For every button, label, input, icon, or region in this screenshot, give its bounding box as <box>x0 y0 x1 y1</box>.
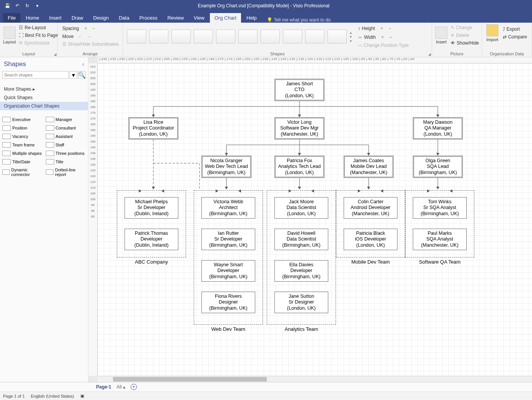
delete-picture-button[interactable]: ✕Delete <box>449 32 480 39</box>
relayout-button[interactable]: ☷Re-Layout <box>17 24 59 31</box>
change-position-type-button[interactable]: ▭Change Position Type <box>356 42 410 49</box>
plus-icon[interactable]: ＋ <box>379 25 384 32</box>
org-node[interactable]: James ShortCTO(London, UK) <box>274 79 324 101</box>
minus-icon[interactable]: − <box>388 26 391 31</box>
tell-me-search[interactable]: 💡 Tell me what you want to do <box>267 17 331 23</box>
gallery-up-icon[interactable]: ▴ <box>350 30 352 35</box>
tab-help[interactable]: Help <box>242 13 261 23</box>
orgchart-shapes-item[interactable]: Organization Chart Shapes <box>0 102 88 110</box>
shape-item-assistant[interactable]: Assistant <box>45 133 87 140</box>
shape-item-dynamic-connector[interactable]: Dynamic connector <box>2 166 43 178</box>
tab-design[interactable]: Design <box>89 13 113 23</box>
org-node[interactable]: Paul MarksSQA Analyst(Manchester, UK) <box>413 229 467 250</box>
tab-process[interactable]: Process <box>135 13 162 23</box>
org-node[interactable]: Mary DawsonQA Manager(London, UK) <box>413 117 463 139</box>
org-node[interactable]: David HowellData Scientist(Birmingham, U… <box>274 229 328 250</box>
shape-style-5[interactable] <box>216 30 235 43</box>
tab-file[interactable]: File <box>3 13 20 23</box>
org-node[interactable]: Victoria WebbArchitect(Birmingham, UK) <box>201 197 255 219</box>
shape-style-4[interactable] <box>194 30 213 43</box>
shape-style-10[interactable] <box>328 30 347 43</box>
minus-icon[interactable]: − <box>92 26 95 31</box>
page-tab-1[interactable]: Page-1 <box>96 384 111 390</box>
layout-dialog-launcher-icon[interactable]: ◢ <box>54 52 57 56</box>
tab-draw[interactable]: Draw <box>67 13 88 23</box>
shape-item-title[interactable]: Title <box>45 158 87 166</box>
width-button[interactable]: ↔Width ＋ − <box>356 33 410 41</box>
org-node[interactable]: Lisa RiceProject Coordinator(London, UK) <box>128 117 178 139</box>
synchronize-button[interactable]: ⟳Synchronize <box>17 40 59 46</box>
showhide-picture-button[interactable]: 👁Show/Hide <box>449 40 480 46</box>
quick-shapes-item[interactable]: Quick Shapes <box>0 93 88 102</box>
insert-picture-button[interactable]: Insert <box>435 27 447 44</box>
org-node[interactable]: Olga GreenSQA Lead(Birmingham, UK) <box>413 156 463 178</box>
layout-button[interactable]: Layout <box>3 27 16 44</box>
org-node[interactable]: Patrick ThomasDeveloper(Dublin, Ireland) <box>125 229 178 250</box>
minus-icon[interactable]: − <box>389 35 392 40</box>
shape-item-staff[interactable]: Staff <box>45 141 87 149</box>
org-node[interactable]: Colin CarterAndroid Developer(Manchester… <box>344 197 397 219</box>
org-node[interactable]: Jack MooreData Scientist(London, UK) <box>274 197 328 219</box>
tab-orgchart[interactable]: Org Chart <box>210 13 241 23</box>
shape-item-consultant[interactable]: Consultant <box>45 124 87 132</box>
tab-data[interactable]: Data <box>114 13 134 23</box>
org-node[interactable]: Wayne SmartDeveloper(Birmingham, UK) <box>201 260 255 282</box>
org-node[interactable]: Patricia FoxAnalytics Tech Lead(London, … <box>274 156 324 178</box>
shape-style-2[interactable] <box>149 30 168 43</box>
tab-view[interactable]: View <box>189 13 209 23</box>
shape-item-title-date[interactable]: Title/Date <box>2 158 43 166</box>
all-pages-button[interactable]: All ▴ <box>116 384 125 390</box>
collapse-panel-icon[interactable]: ‹ <box>82 61 84 68</box>
qat-dropdown-icon[interactable]: ▾ <box>33 2 42 10</box>
macro-record-icon[interactable]: ▣ <box>80 393 84 398</box>
height-button[interactable]: ↕Height ＋ − <box>356 24 410 32</box>
org-node[interactable]: Patricia BlackiOS Developer(London, UK) <box>344 229 397 250</box>
drawing-canvas[interactable]: James ShortCTO(London, UK)Lisa RiceProje… <box>98 63 532 376</box>
shape-style-9[interactable] <box>305 30 324 43</box>
more-shapes-item[interactable]: More Shapes ▸ <box>0 85 88 93</box>
change-picture-button[interactable]: ✎Change <box>449 24 480 31</box>
shape-item-multiple-shapes[interactable]: Multiple shapes <box>2 149 43 157</box>
org-node[interactable]: James CoatesMobile Dev Lead(Manchester, … <box>344 156 394 178</box>
shape-style-3[interactable] <box>171 30 191 43</box>
shape-item-executive[interactable]: Executive <box>2 116 43 123</box>
org-node[interactable]: Ian RutterSr Developer(Birmingham, UK) <box>201 229 255 250</box>
compare-button[interactable]: ⇄Compare <box>501 33 529 40</box>
plus-icon[interactable]: ＋ <box>83 25 88 32</box>
plus-icon[interactable]: ＋ <box>380 34 385 40</box>
org-node[interactable]: Victor LongSoftware Dev Mgr(Manchester, … <box>274 117 324 139</box>
org-node[interactable]: Ella DaviesDeveloper(Birmingham, UK) <box>274 260 328 282</box>
gallery-down-icon[interactable]: ▾ <box>350 35 352 39</box>
org-node[interactable]: Michael PhelpsSr Developer(Dublin, Irela… <box>125 197 178 219</box>
arrow-right-icon[interactable]: → <box>87 34 91 39</box>
gallery-more-icon[interactable]: ▾ <box>350 39 352 43</box>
shape-style-1[interactable] <box>127 30 146 43</box>
horizontal-scrollbar[interactable] <box>98 376 532 382</box>
shape-item-team-frame[interactable]: Team frame <box>2 141 43 149</box>
redo-icon[interactable]: ↻ <box>23 2 32 10</box>
export-button[interactable]: ⤴Export <box>501 26 529 33</box>
org-node[interactable]: Nicola GrangerWeb Dev Tech Lead(Birmingh… <box>201 156 251 178</box>
org-node[interactable]: Tom WinksSr SQA Analyst(Birmingham, UK) <box>413 197 467 219</box>
shape-style-6[interactable] <box>238 30 258 43</box>
scrollbar-thumb[interactable] <box>113 377 267 382</box>
shape-item-vacancy[interactable]: Vacancy <box>2 133 43 140</box>
tab-insert[interactable]: Insert <box>45 13 66 23</box>
showhide-subordinates-button[interactable]: ☰Show/Hide Subordinates <box>61 41 120 48</box>
tab-review[interactable]: Review <box>163 13 188 23</box>
org-node[interactable]: Jane SuttonSr Designer(London, UK) <box>274 292 328 313</box>
search-shapes-input[interactable] <box>2 71 69 79</box>
shape-style-8[interactable] <box>283 30 302 43</box>
shape-item-three-positions[interactable]: Three positions <box>45 149 87 157</box>
tab-home[interactable]: Home <box>21 13 44 23</box>
bestfit-button[interactable]: ⛶Best Fit to Page <box>17 32 59 39</box>
search-dropdown-icon[interactable]: ▾ <box>70 71 77 79</box>
search-icon[interactable]: 🔍 <box>78 71 86 79</box>
arrow-left-icon[interactable]: ← <box>78 34 83 39</box>
shape-item-manager[interactable]: Manager <box>45 116 87 123</box>
save-icon[interactable]: 💾 <box>3 2 12 10</box>
undo-icon[interactable]: ↶ <box>13 2 22 10</box>
shape-item-dotted-line-report[interactable]: Dotted-line report <box>45 166 87 178</box>
org-node[interactable]: Fiona RiversDesigner(Birmingham, UK) <box>201 292 255 313</box>
import-button[interactable]: Import <box>485 24 500 42</box>
